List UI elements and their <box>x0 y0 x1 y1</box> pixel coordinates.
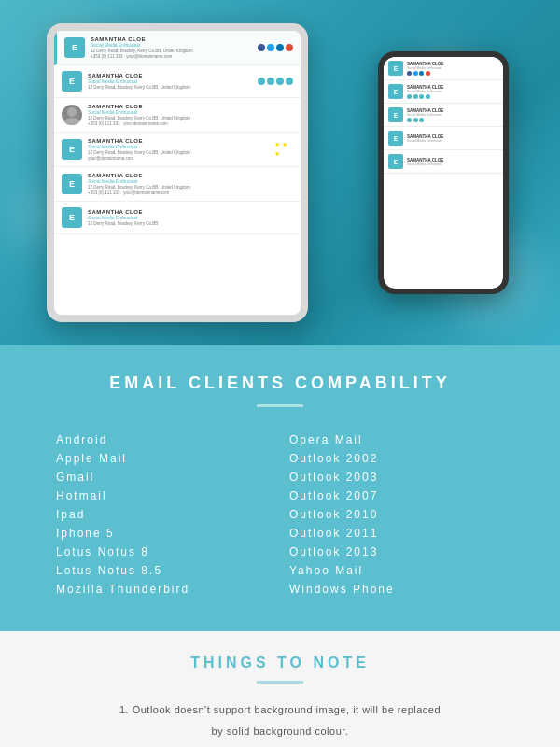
sig-title-4: Social Media Enthusiast <box>88 144 271 149</box>
compat-lotus8: Lotus Notus 8 <box>56 543 271 561</box>
sig-card-4: E SAMANTHA CLOE Social Media Enthusiast … <box>54 133 301 167</box>
sig-content-2: SAMANTHA CLOE Social Media Enthusiast 12… <box>88 73 254 90</box>
sig-avatar-img-3 <box>62 105 82 125</box>
phone-detail-5: Social Media Enthusiast <box>407 162 498 166</box>
facebook-icon <box>258 44 265 51</box>
sig-phone-4: your@domainname.com <box>88 156 271 161</box>
sig-card-2: E SAMANTHA CLOE Social Media Enthusiast … <box>54 65 301 98</box>
svg-point-1 <box>63 118 80 125</box>
notes-divider <box>257 681 303 684</box>
sig-content-4: SAMANTHA CLOE Social Media Enthusiast 12… <box>88 138 271 161</box>
social-icon-d <box>286 78 293 85</box>
phone-avatar-5: E <box>388 154 403 169</box>
phone-gp-icon <box>426 71 430 76</box>
sig-title-5: Social Media Enthusiast <box>88 178 293 184</box>
phone-fb-icon <box>407 71 412 76</box>
sig-phone-1: +353 (0) 111 333 your@domainname.com <box>91 54 254 59</box>
compat-grid: Android Apple Mail Gmail Hotmail Ipad Ip… <box>56 430 504 599</box>
compat-windows: Windows Phone <box>289 580 504 599</box>
phone-card-5: E SAMANTHA CLOE Social Media Enthusiast <box>384 150 503 174</box>
sig-details-1: 12 Derry Road, Brackey, Kerry Co.BB, Uni… <box>91 49 254 53</box>
compat-outlook2011: Outlook 2011 <box>289 524 504 543</box>
phone-s3c <box>419 118 424 122</box>
phone-card-4: E SAMANTHA CLOE Social Media Enthusiast <box>384 127 503 150</box>
phone-s2 <box>413 94 418 99</box>
social-icon-a <box>258 78 265 85</box>
phone-content-2: SAMANTHA CLOE Social Media Enthusiast <box>407 85 498 99</box>
sig-avatar-6: E <box>62 207 82 228</box>
compat-ipad: Ipad <box>56 505 271 524</box>
tablet-device: E SAMANTHA CLOE Social Media Enthusiast … <box>47 23 308 322</box>
notes-item-1: 1. Outlook doesn't support background im… <box>56 702 504 718</box>
notes-title: THINGS TO NOTE <box>56 655 504 671</box>
compat-hotmail: Hotmail <box>56 486 271 505</box>
sig-title-1: Social Media Enthusiast <box>91 42 254 48</box>
phone-avatar-1: E <box>388 61 403 76</box>
device-preview-section: E SAMANTHA CLOE Social Media Enthusiast … <box>0 0 560 345</box>
compat-outlook2010: Outlook 2010 <box>289 505 504 524</box>
notes-item-2: by solid background colour. <box>56 724 504 740</box>
compat-lotus85: Lotus Notus 8.5 <box>56 561 271 580</box>
sig-card-6: E SAMANTHA CLOE Social Media Enthusiast … <box>54 202 301 234</box>
phone-content-1: SAMANTHA CLOE Social Media Enthusiast <box>407 62 498 76</box>
compat-opera: Opera Mail <box>289 430 504 449</box>
phone-avatar-3: E <box>388 107 403 122</box>
compat-outlook2013: Outlook 2013 <box>289 543 504 561</box>
compat-gmail: Gmail <box>56 468 271 486</box>
sig-details-3: 12 Derry Road, Brackey, Kerry Co.BB, Uni… <box>88 116 293 120</box>
phone-tw-icon <box>413 71 418 76</box>
sig-avatar-1: E <box>64 37 85 58</box>
compat-outlook2002: Outlook 2002 <box>289 449 504 468</box>
sig-phone-3: +353 (0) 111 333 your-domain-name.com <box>88 121 293 126</box>
phone-s3 <box>419 94 424 99</box>
sig-card-3: SAMANTHA CLOE Social Media Enthusiast 12… <box>54 98 301 133</box>
phone-social-2 <box>407 94 498 99</box>
phone-content-3: SAMANTHA CLOE Social Media Enthusiast <box>407 108 498 122</box>
compat-right-col: Opera Mail Outlook 2002 Outlook 2003 Out… <box>289 430 504 599</box>
phone-s1 <box>407 94 412 99</box>
compat-left-col: Android Apple Mail Gmail Hotmail Ipad Ip… <box>56 430 271 599</box>
sig-content-3: SAMANTHA CLOE Social Media Enthusiast 12… <box>88 104 293 126</box>
phone-li-icon <box>419 71 424 76</box>
compat-yahoo: Yahoo Mail <box>289 561 504 580</box>
sig-avatar-5: E <box>62 174 82 194</box>
linkedin-icon <box>276 44 284 51</box>
sig-content-5: SAMANTHA CLOE Social Media Enthusiast 12… <box>88 173 293 195</box>
sig-details-4: 12 Derry Road, Brackey, Kerry Co.BB, Uni… <box>88 150 271 155</box>
compat-outlook2003: Outlook 2003 <box>289 468 504 486</box>
compat-thunderbird: Mozilla Thunderbird <box>56 580 271 599</box>
phone-social-3 <box>407 118 498 122</box>
sig-title-6: Social Media Enthusiast <box>88 215 293 220</box>
sig-avatar-2: E <box>62 71 82 92</box>
compat-section: EMAIL CLIENTS COMPABILITY Android Apple … <box>0 345 560 631</box>
social-icon-b <box>267 78 274 85</box>
phone-s3a <box>407 118 412 122</box>
phone-device: E SAMANTHA CLOE Social Media Enthusiast … <box>378 51 509 294</box>
sig-avatar-4: E <box>62 139 82 160</box>
sig-content-1: SAMANTHA CLOE Social Media Enthusiast 12… <box>91 36 254 59</box>
compat-outlook2007: Outlook 2007 <box>289 486 504 505</box>
sig-content-6: SAMANTHA CLOE Social Media Enthusiast 12… <box>88 209 293 226</box>
phone-s4 <box>426 94 430 99</box>
phone-s3b <box>413 118 418 122</box>
sig-card-5: E SAMANTHA CLOE Social Media Enthusiast … <box>54 167 301 202</box>
twitter-icon <box>267 44 274 51</box>
phone-content-5: SAMANTHA CLOE Social Media Enthusiast <box>407 158 498 166</box>
gplus-icon <box>286 44 293 51</box>
phone-avatar-4: E <box>388 131 403 146</box>
compat-applemail: Apple Mail <box>56 449 271 468</box>
notes-section: THINGS TO NOTE 1. Outlook doesn't suppor… <box>0 631 560 747</box>
svg-point-0 <box>67 107 77 117</box>
phone-card-1: E SAMANTHA CLOE Social Media Enthusiast <box>384 57 503 80</box>
phone-detail-4: Social Media Enthusiast <box>407 139 498 143</box>
compat-iphone5: Iphone 5 <box>56 524 271 543</box>
sig-details-6: 12 Derry Road, Brackey, Kerry Co.BB <box>88 221 293 226</box>
sig-card-1: E SAMANTHA CLOE Social Media Enthusiast … <box>54 31 301 65</box>
sig-details-5: 12 Derry Road, Brackey, Kerry Co.BB, Uni… <box>88 185 293 190</box>
phone-card-3: E SAMANTHA CLOE Social Media Enthusiast <box>384 104 503 127</box>
phone-detail-3: Social Media Enthusiast <box>407 113 498 117</box>
sig-title-3: Social Media Enthusiast <box>88 109 293 115</box>
phone-detail-1: Social Media Enthusiast <box>407 66 498 70</box>
phone-social-1 <box>407 71 498 76</box>
phone-detail-2: Social Media Enthusiast <box>407 90 498 93</box>
